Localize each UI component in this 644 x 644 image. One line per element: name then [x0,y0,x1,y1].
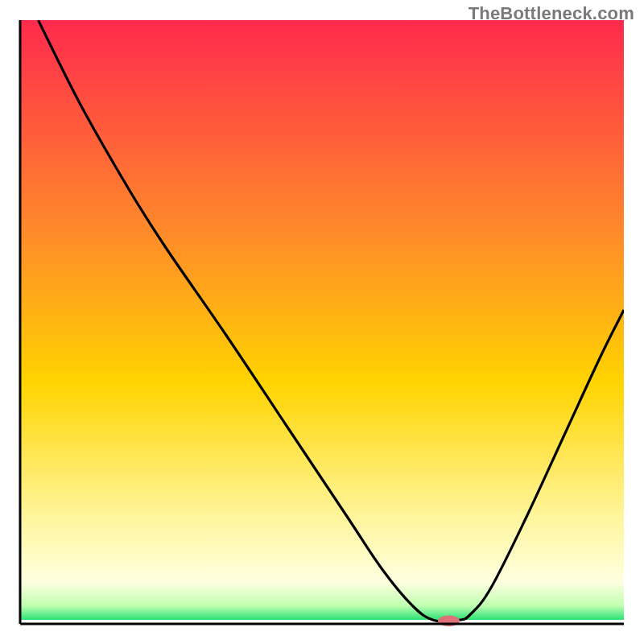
chart-gradient-background [20,20,624,624]
chart-svg [0,0,644,644]
watermark-label: TheBottleneck.com [469,3,634,24]
chart-container: TheBottleneck.com [0,0,644,644]
